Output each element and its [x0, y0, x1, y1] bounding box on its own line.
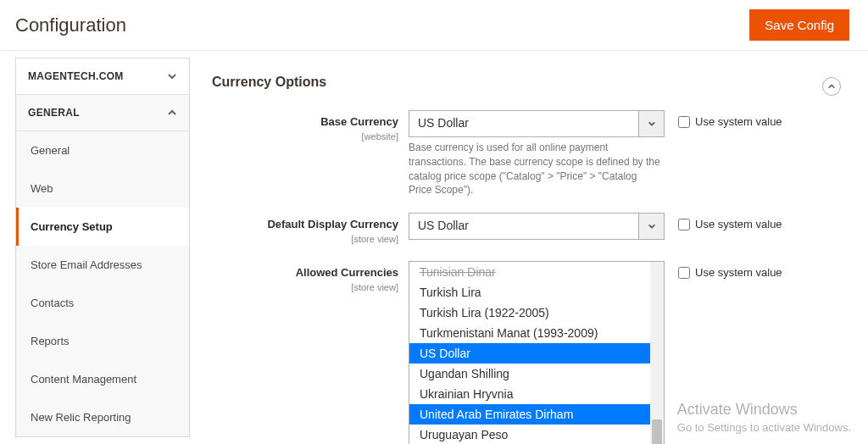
allowed-option[interactable]: Ukrainian Hryvnia	[409, 384, 650, 404]
dropdown-arrow-icon[interactable]	[638, 111, 664, 136]
chevron-up-icon	[167, 108, 177, 118]
base-currency-label: Base Currency	[212, 115, 398, 128]
page-title: Configuration	[15, 14, 126, 36]
default-display-label: Default Display Currency	[212, 218, 398, 230]
sidebar-item-reports[interactable]: Reports	[16, 322, 189, 360]
sidebar-item-content-management[interactable]: Content Management	[16, 360, 189, 398]
section-collapse-button[interactable]	[822, 77, 841, 96]
section-title: Currency Options	[212, 63, 326, 110]
default-display-value: US Dollar	[409, 214, 638, 239]
allowed-label: Allowed Currencies	[212, 266, 398, 279]
sidebar-item-web[interactable]: Web	[16, 169, 189, 208]
content-panel: Currency Options Base Currency [website]…	[190, 51, 868, 444]
scrollbar-thumb[interactable]	[652, 419, 662, 444]
sidebar-item-currency-setup[interactable]: Currency Setup	[16, 208, 189, 246]
sidebar: MAGENTECH.COM GENERAL GeneralWebCurrency…	[0, 51, 190, 444]
row-base-currency: Base Currency [website] US Dollar Base c…	[212, 110, 844, 197]
row-allowed-currencies: Allowed Currencies [store view] Tunisian…	[212, 261, 844, 444]
sidebar-section-general[interactable]: GENERAL	[16, 95, 189, 131]
use-system-label: Use system value	[695, 115, 782, 128]
allowed-option[interactable]: United Arab Emirates Dirham	[409, 404, 650, 425]
default-display-scope: [store view]	[351, 234, 398, 244]
sidebar-item-new-relic-reporting[interactable]: New Relic Reporting	[16, 398, 189, 436]
allowed-currencies-multiselect[interactable]: Tunisian DinarTurkish LiraTurkish Lira (…	[409, 261, 665, 444]
sidebar-item-contacts[interactable]: Contacts	[16, 284, 189, 322]
sidebar-section-site[interactable]: MAGENTECH.COM	[16, 58, 189, 95]
allowed-option[interactable]: Ugandan Shilling	[409, 364, 650, 384]
allowed-option[interactable]: US Dollar	[409, 343, 650, 364]
allowed-option[interactable]: Uruguayan Peso	[409, 425, 650, 444]
page-header: Configuration Save Config	[0, 0, 868, 51]
allowed-option[interactable]: Turkmenistani Manat (1993-2009)	[409, 323, 650, 343]
base-currency-value: US Dollar	[409, 111, 638, 136]
dropdown-arrow-icon[interactable]	[638, 214, 664, 239]
base-currency-use-system-checkbox[interactable]	[678, 116, 690, 128]
sidebar-site-label: MAGENTECH.COM	[28, 70, 124, 82]
allowed-use-system-checkbox[interactable]	[678, 267, 690, 279]
base-currency-select[interactable]: US Dollar	[409, 110, 665, 137]
save-config-button[interactable]: Save Config	[749, 9, 849, 41]
default-display-select[interactable]: US Dollar	[409, 213, 665, 240]
sidebar-group-label: GENERAL	[28, 107, 80, 119]
sidebar-item-general[interactable]: General	[16, 131, 189, 169]
allowed-option[interactable]: Turkish Lira (1922-2005)	[409, 302, 650, 323]
base-currency-note: Base currency is used for all online pay…	[409, 141, 663, 197]
allowed-scope: [store view]	[351, 282, 398, 292]
row-default-display-currency: Default Display Currency [store view] US…	[212, 213, 844, 246]
use-system-label: Use system value	[695, 266, 782, 279]
scrollbar[interactable]	[650, 262, 664, 444]
use-system-label: Use system value	[695, 218, 782, 230]
base-currency-scope: [website]	[362, 131, 398, 142]
allowed-option[interactable]: Turkish Lira	[409, 282, 650, 302]
allowed-option[interactable]: Tunisian Dinar	[409, 262, 650, 282]
sidebar-item-store-email-addresses[interactable]: Store Email Addresses	[16, 246, 189, 284]
default-display-use-system-checkbox[interactable]	[678, 219, 690, 230]
chevron-down-icon	[167, 71, 177, 81]
